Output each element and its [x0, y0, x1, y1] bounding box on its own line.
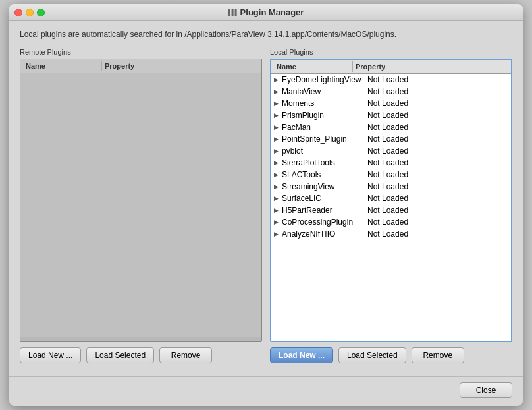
- local-load-selected-button[interactable]: Load Selected: [338, 347, 406, 363]
- row-expand-icon[interactable]: ▶: [271, 100, 280, 107]
- list-item[interactable]: ▶PacManNot Loaded: [271, 121, 511, 133]
- plugin-property: Not Loaded: [366, 205, 410, 216]
- plugin-property: Not Loaded: [366, 98, 410, 109]
- plugin-name: H5PartReader: [280, 205, 366, 216]
- close-traffic-light[interactable]: [14, 9, 22, 16]
- plugin-name: MantaView: [280, 86, 366, 97]
- local-remove-button[interactable]: Remove: [412, 347, 464, 363]
- list-item[interactable]: ▶PrismPluginNot Loaded: [271, 109, 511, 121]
- plugin-property: Not Loaded: [366, 86, 410, 97]
- local-load-new-button[interactable]: Load New ...: [270, 347, 333, 363]
- list-item[interactable]: ▶EyeDomeLightingViewNot Loaded: [271, 74, 511, 86]
- row-expand-icon[interactable]: ▶: [271, 148, 280, 154]
- local-list-header: Name Property: [271, 60, 511, 74]
- plugin-name: SierraPlotTools: [280, 158, 366, 168]
- list-item[interactable]: ▶StreamingViewNot Loaded: [271, 181, 511, 192]
- remote-col-name: Name: [23, 61, 102, 71]
- remote-panel-buttons: Load New ... Load Selected Remove: [20, 347, 262, 363]
- list-item[interactable]: ▶SierraPlotToolsNot Loaded: [271, 157, 511, 169]
- remote-load-new-button[interactable]: Load New ...: [20, 347, 81, 363]
- remote-list-header: Name Property: [20, 59, 261, 73]
- plugin-name: AnalyzeNIfTIIO: [280, 229, 366, 239]
- info-text: Local plugins are automatically searched…: [20, 29, 512, 40]
- plugin-property: Not Loaded: [366, 134, 410, 144]
- plugin-property: Not Loaded: [366, 146, 410, 156]
- remote-list-body[interactable]: [20, 73, 261, 337]
- row-expand-icon[interactable]: ▶: [271, 207, 280, 214]
- plugin-manager-window: Plugin Manager Local plugins are automat…: [9, 4, 523, 406]
- plugin-name: Moments: [280, 98, 366, 109]
- list-item[interactable]: ▶MomentsNot Loaded: [271, 98, 511, 109]
- remote-list-container: Name Property: [20, 59, 262, 342]
- titlebar: Plugin Manager: [9, 4, 523, 21]
- plugin-name: CoProcessingPlugin: [280, 217, 366, 227]
- plugin-property: Not Loaded: [366, 158, 410, 168]
- minimize-traffic-light[interactable]: [26, 9, 34, 16]
- remote-col-property: Property: [102, 61, 137, 71]
- row-expand-icon[interactable]: ▶: [271, 219, 280, 225]
- list-item[interactable]: ▶MantaViewNot Loaded: [271, 86, 511, 98]
- plugin-name: pvblot: [280, 146, 366, 156]
- window-title: Plugin Manager: [228, 7, 304, 17]
- remote-panel-label: Remote Plugins: [20, 48, 262, 56]
- row-expand-icon[interactable]: ▶: [271, 124, 280, 131]
- list-item[interactable]: ▶SurfaceLICNot Loaded: [271, 192, 511, 204]
- title-icon: [228, 9, 237, 16]
- plugin-property: Not Loaded: [366, 122, 410, 132]
- remote-panel: Remote Plugins Name Property Load New ..…: [20, 48, 262, 363]
- local-col-property: Property: [353, 61, 388, 72]
- plugin-property: Not Loaded: [366, 193, 410, 204]
- list-item[interactable]: ▶PointSprite_PluginNot Loaded: [271, 133, 511, 145]
- remote-remove-button[interactable]: Remove: [159, 347, 212, 363]
- row-expand-icon[interactable]: ▶: [271, 88, 280, 95]
- row-expand-icon[interactable]: ▶: [271, 183, 280, 190]
- row-expand-icon[interactable]: ▶: [271, 112, 280, 119]
- row-expand-icon[interactable]: ▶: [271, 76, 280, 83]
- plugin-property: Not Loaded: [366, 169, 410, 180]
- row-expand-icon[interactable]: ▶: [271, 171, 280, 178]
- list-item[interactable]: ▶SLACToolsNot Loaded: [271, 169, 511, 181]
- list-item[interactable]: ▶CoProcessingPluginNot Loaded: [271, 216, 511, 228]
- plugin-property: Not Loaded: [366, 74, 410, 85]
- plugin-name: SLACTools: [280, 169, 366, 180]
- row-expand-icon[interactable]: ▶: [271, 195, 280, 202]
- row-expand-icon[interactable]: ▶: [271, 136, 280, 142]
- local-col-name: Name: [274, 61, 353, 72]
- plugin-name: PointSprite_Plugin: [280, 134, 366, 144]
- local-panel-buttons: Load New ... Load Selected Remove: [270, 347, 512, 363]
- plugin-name: StreamingView: [280, 181, 366, 192]
- list-item[interactable]: ▶pvblotNot Loaded: [271, 145, 511, 157]
- main-content: Local plugins are automatically searched…: [9, 21, 523, 374]
- plugin-name: PacMan: [280, 122, 366, 132]
- row-expand-icon[interactable]: ▶: [271, 231, 280, 237]
- local-panel-label: Local Plugins: [270, 48, 512, 56]
- row-expand-icon[interactable]: ▶: [271, 160, 280, 166]
- plugin-property: Not Loaded: [366, 229, 410, 239]
- plugin-name: EyeDomeLightingView: [280, 74, 366, 85]
- local-panel: Local Plugins Name Property ▶EyeDomeLigh…: [270, 48, 512, 363]
- plugin-name: PrismPlugin: [280, 110, 366, 121]
- list-item[interactable]: ▶AnalyzeNIfTIIONot Loaded: [271, 228, 511, 240]
- maximize-traffic-light[interactable]: [37, 9, 45, 16]
- footer: Close: [9, 376, 523, 406]
- traffic-lights: [14, 9, 45, 16]
- plugin-property: Not Loaded: [366, 110, 410, 121]
- local-list-container: Name Property ▶EyeDomeLightingViewNot Lo…: [270, 59, 512, 342]
- panels-container: Remote Plugins Name Property Load New ..…: [20, 48, 512, 363]
- local-list-body[interactable]: ▶EyeDomeLightingViewNot Loaded▶MantaView…: [271, 74, 511, 337]
- plugin-property: Not Loaded: [366, 181, 410, 192]
- plugin-property: Not Loaded: [366, 217, 410, 227]
- close-button[interactable]: Close: [460, 382, 512, 398]
- remote-load-selected-button[interactable]: Load Selected: [86, 347, 154, 363]
- list-item[interactable]: ▶H5PartReaderNot Loaded: [271, 204, 511, 216]
- plugin-name: SurfaceLIC: [280, 193, 366, 204]
